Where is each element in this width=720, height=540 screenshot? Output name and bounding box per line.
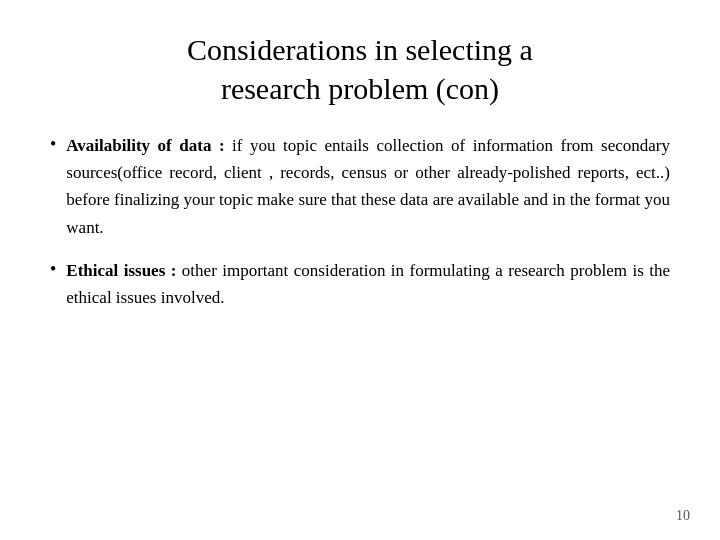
bullet-text-2: Ethical issues : other important conside… [66, 257, 670, 311]
title-line1: Considerations in selecting a [187, 33, 533, 66]
bullet-item-1: • Availability of data : if you topic en… [50, 132, 670, 241]
title-line2: research problem (con) [221, 72, 499, 105]
bullet-dot-2: • [50, 259, 56, 280]
bullet2-label: Ethical issues : [66, 261, 176, 280]
content-area: • Availability of data : if you topic en… [40, 132, 680, 510]
bullet1-label: Availability of data : [66, 136, 224, 155]
page-number: 10 [676, 508, 690, 524]
bullet-text-1: Availability of data : if you topic enta… [66, 132, 670, 241]
slide-title: Considerations in selecting a research p… [40, 30, 680, 108]
bullet-item-2: • Ethical issues : other important consi… [50, 257, 670, 311]
bullet-dot-1: • [50, 134, 56, 155]
slide-container: Considerations in selecting a research p… [0, 0, 720, 540]
